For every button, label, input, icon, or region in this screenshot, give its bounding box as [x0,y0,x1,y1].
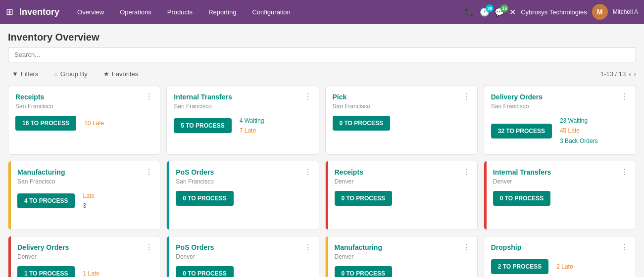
card-menu-icon[interactable]: ⋮ [145,168,153,176]
search-container [8,47,636,62]
card-stats: 23 Waiting45 Late3 Back Orders [560,116,598,146]
process-button[interactable]: 0 TO PROCESS [176,266,233,277]
card-title[interactable]: Delivery Orders [17,243,69,251]
card-body: 16 TO PROCESS10 Late [15,116,153,131]
card-header: Manufacturing⋮ [335,243,470,251]
chat-icon[interactable]: 💬 15 [495,7,504,17]
close-icon[interactable]: ✕ [509,7,516,17]
phone-icon[interactable]: 📞 [465,7,475,17]
card-title[interactable]: Internal Transfers [493,168,551,176]
card-menu-icon[interactable]: ⋮ [621,93,629,101]
stat-item: 4 Waiting [240,116,264,126]
card-subtitle: Denver [176,253,311,260]
stat-item: Late [83,191,94,201]
card-subtitle: Denver [493,178,629,185]
process-button[interactable]: 0 TO PROCESS [333,116,390,131]
card-stats: 10 Late [84,118,104,128]
card-subtitle: San Francisco [15,103,153,110]
menu-overview[interactable]: Overview [74,6,107,18]
menu-operations[interactable]: Operations [117,6,154,18]
stat-item: 7 Late [240,126,264,136]
card-title[interactable]: Manufacturing [335,243,382,251]
chevron-right-icon[interactable]: › [634,70,636,78]
process-button[interactable]: 0 TO PROCESS [335,266,392,277]
process-button[interactable]: 16 TO PROCESS [15,116,76,131]
card-title[interactable]: Pick [333,93,347,101]
card-menu-icon[interactable]: ⋮ [462,93,470,101]
card-header: Manufacturing⋮ [17,168,153,176]
card-body: 0 TO PROCESS [176,191,311,206]
filters-button[interactable]: ▼ Filters [8,68,42,80]
card-item: PoS Orders⋮San Francisco0 TO PROCESS [166,161,319,230]
card-stats: Late3 [83,191,94,211]
card-title[interactable]: Manufacturing [17,168,65,176]
groupby-icon: ≡ [54,70,58,78]
app-brand: Inventory [19,7,59,17]
favorites-button[interactable]: ★ Favorites [99,68,142,80]
card-body: 0 TO PROCESS [335,191,470,206]
user-avatar[interactable]: M [592,4,608,20]
card-menu-icon[interactable]: ⋮ [145,93,153,101]
card-item: Manufacturing⋮Denver0 TO PROCESS [325,236,478,277]
card-header: Dropship⋮ [491,243,629,251]
stat-item: 3 [83,201,94,211]
toolbar: ▼ Filters ≡ Group By ★ Favorites 1-13 / … [8,66,636,86]
process-button[interactable]: 4 TO PROCESS [17,193,75,208]
card-title[interactable]: PoS Orders [176,168,214,176]
card-subtitle: San Francisco [17,178,153,185]
process-button[interactable]: 0 TO PROCESS [176,191,233,206]
card-item: Delivery Orders⋮Denver1 TO PROCESS1 Late [8,236,160,277]
card-menu-icon[interactable]: ⋮ [621,243,629,251]
filter-icon: ▼ [12,70,18,78]
chevron-left-icon[interactable]: ‹ [629,70,631,78]
card-title[interactable]: Receipts [15,93,44,101]
card-menu-icon[interactable]: ⋮ [621,168,629,176]
card-item: Manufacturing⋮San Francisco4 TO PROCESSL… [8,161,160,230]
card-title[interactable]: Delivery Orders [491,93,543,101]
card-header: Internal Transfers⋮ [493,168,629,176]
clock-icon[interactable]: 🕐 38 [480,7,490,17]
card-item: Internal Transfers⋮Denver0 TO PROCESS [484,161,636,230]
card-item: Pick⋮San Francisco0 TO PROCESS [325,86,478,155]
card-body: 4 TO PROCESSLate3 [17,191,153,211]
card-title[interactable]: Internal Transfers [174,93,232,101]
groupby-button[interactable]: ≡ Group By [50,68,92,80]
process-button[interactable]: 32 TO PROCESS [491,124,552,138]
card-menu-icon[interactable]: ⋮ [304,168,312,176]
stat-item: 45 Late [560,126,598,136]
card-item: Internal Transfers⋮San Francisco5 TO PRO… [166,86,319,155]
filters-label: Filters [21,70,38,78]
card-title[interactable]: Receipts [335,168,363,176]
card-header: Delivery Orders⋮ [491,93,629,101]
process-button[interactable]: 5 TO PROCESS [174,118,231,133]
menu-reporting[interactable]: Reporting [205,6,239,18]
clock-badge: 38 [486,4,494,12]
groupby-label: Group By [60,70,88,78]
company-name[interactable]: Cybrosys Technologies [521,8,587,16]
card-menu-icon[interactable]: ⋮ [145,243,153,251]
process-button[interactable]: 0 TO PROCESS [335,191,392,206]
stat-item: 23 Waiting [560,116,598,126]
process-button[interactable]: 2 TO PROCESS [491,259,548,274]
card-title[interactable]: Dropship [491,243,521,251]
search-input[interactable] [8,47,636,62]
card-menu-icon[interactable]: ⋮ [304,93,312,101]
card-subtitle: San Francisco [491,103,629,110]
card-menu-icon[interactable]: ⋮ [304,243,312,251]
card-subtitle: Denver [335,178,470,185]
card-body: 0 TO PROCESS [176,266,311,277]
card-menu-icon[interactable]: ⋮ [462,168,470,176]
star-icon: ★ [103,70,109,78]
process-button[interactable]: 1 TO PROCESS [17,266,75,277]
page-header: Inventory Overview [8,24,636,47]
card-subtitle: San Francisco [176,178,311,185]
menu-configuration[interactable]: Configuration [249,6,294,18]
card-menu-icon[interactable]: ⋮ [462,243,470,251]
card-item: Delivery Orders⋮San Francisco32 TO PROCE… [484,86,636,155]
process-button[interactable]: 0 TO PROCESS [493,191,550,206]
grid-icon[interactable]: ⊞ [6,6,13,17]
menu-products[interactable]: Products [164,6,196,18]
toolbar-left: ▼ Filters ≡ Group By ★ Favorites [8,68,142,80]
card-title[interactable]: PoS Orders [176,243,214,251]
card-subtitle: Denver [17,253,153,260]
